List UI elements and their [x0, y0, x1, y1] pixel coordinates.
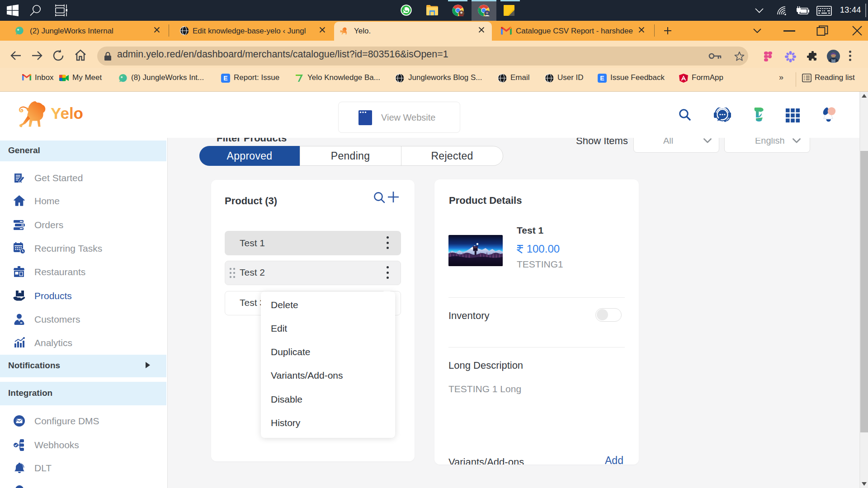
svg-text:Yelo: Yelo — [51, 106, 83, 122]
